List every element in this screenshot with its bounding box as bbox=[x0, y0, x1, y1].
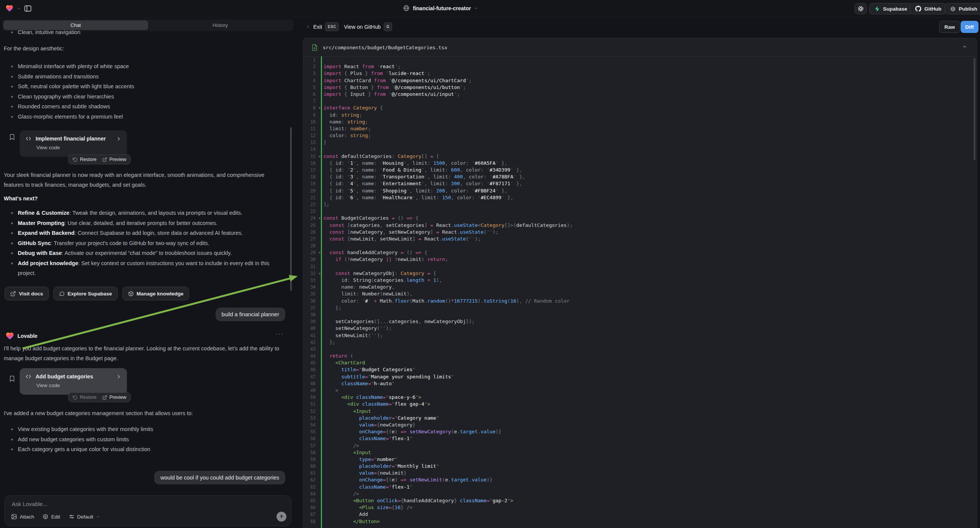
code-line: 39 setCategories([...categories, newCate… bbox=[304, 318, 977, 325]
bookmark-icon[interactable] bbox=[8, 133, 16, 141]
view-code-link[interactable]: View code bbox=[37, 145, 127, 150]
restore-button[interactable]: Restore bbox=[73, 157, 97, 162]
code-line: 38 bbox=[304, 311, 977, 318]
github-button[interactable]: GitHub bbox=[910, 3, 947, 14]
code-line: 16 { id: '1', name: 'Housing', limit: 15… bbox=[304, 160, 977, 167]
bookmark-icon[interactable] bbox=[8, 375, 16, 383]
code-line: 53 placeholder="Category name" bbox=[304, 415, 977, 421]
version-card-actions: Restore Preview bbox=[68, 393, 131, 402]
code-line: 66 <Plus size={16} /> bbox=[304, 504, 977, 511]
list-item: Rounded corners and subtle shadows bbox=[4, 102, 284, 112]
code-line: 67 Add bbox=[304, 511, 977, 518]
chevron-down-icon bbox=[96, 515, 100, 519]
code-line: 50 <div className="space-y-6"> bbox=[304, 394, 977, 401]
project-name: financial-future-creator bbox=[413, 5, 471, 11]
list-item: Master Prompting: Use clear, detailed, a… bbox=[4, 218, 283, 228]
explore-supabase-button[interactable]: Explore Supabase bbox=[53, 287, 118, 301]
added-list: View existing budget categories with the… bbox=[4, 424, 284, 455]
collapse-file-icon[interactable] bbox=[962, 44, 967, 49]
attach-button[interactable]: Attach bbox=[11, 514, 34, 520]
card-title: Implement financial planner bbox=[36, 135, 112, 142]
gear-icon bbox=[857, 5, 864, 12]
code-line: 60 placeholder="Monthly limit" bbox=[304, 463, 977, 470]
mode-select[interactable]: Default bbox=[68, 514, 100, 520]
list-item: Debug with Ease: Activate our experiment… bbox=[4, 248, 283, 258]
code-line: 13} bbox=[304, 139, 977, 146]
code-line: 47 subtitle="Manage your spending limits… bbox=[304, 374, 977, 380]
code-line: 49 > bbox=[304, 387, 977, 394]
version-card-add-budget-categories[interactable]: Add budget categories View code bbox=[20, 368, 127, 395]
code-line: 62 onChange={(e) => setNewLimit(e.target… bbox=[304, 477, 977, 483]
view-code-link[interactable]: View code bbox=[37, 383, 127, 388]
code-line: 27 const [newLimit, setNewLimit] = React… bbox=[304, 235, 977, 242]
external-link-icon bbox=[10, 291, 16, 297]
code-line: 42 }; bbox=[304, 339, 977, 346]
diff-toggle-button[interactable]: Diff bbox=[961, 21, 978, 33]
aesthetic-list: Minimalist interface with plenty of whit… bbox=[4, 61, 284, 122]
code-line: 3import { Plus } from 'lucide-react'; bbox=[304, 70, 977, 77]
sidebar-toggle-button[interactable] bbox=[24, 4, 32, 13]
exit-button[interactable]: Exit ESC bbox=[305, 22, 339, 31]
whats-next-list: Refine & Customize: Tweak the design, an… bbox=[4, 208, 283, 278]
version-card-implement-planner[interactable]: Implement financial planner View code bbox=[20, 130, 127, 157]
image-icon bbox=[11, 514, 17, 520]
code-line: 6import { Input } from '@/components/ui/… bbox=[304, 91, 977, 98]
code-scrollbar[interactable] bbox=[974, 58, 975, 160]
list-item: Each category gets a unique color for vi… bbox=[4, 444, 284, 455]
visit-docs-button[interactable]: Visit docs bbox=[5, 287, 49, 301]
code-line: 43 bbox=[304, 346, 977, 353]
code-line: 25 const [categories, setCategories] = R… bbox=[304, 222, 977, 229]
supabase-button[interactable]: Supabase bbox=[869, 3, 913, 14]
code-line: 33 id: String(categories.length + 1), bbox=[304, 277, 977, 284]
code-line: 1 bbox=[304, 56, 977, 63]
preview-button[interactable]: Preview bbox=[102, 395, 126, 400]
chevron-left-icon bbox=[305, 24, 310, 29]
diff-added-gutter bbox=[321, 56, 322, 528]
chevron-right-icon[interactable] bbox=[116, 374, 122, 380]
code-line: 9 id: string; bbox=[304, 112, 977, 119]
chat-input[interactable] bbox=[11, 500, 240, 507]
chat-composer: Attach Edit Default bbox=[5, 495, 291, 526]
list-item: Refine & Customize: Tweak the design, an… bbox=[4, 208, 283, 218]
list-item: Glass-morphic elements for a premium fee… bbox=[4, 112, 284, 122]
list-item: Add new budget categories with custom li… bbox=[4, 434, 284, 445]
lovable-logo-menu[interactable] bbox=[5, 4, 21, 13]
code-line: 19 { id: '4', name: 'Entertainment', lim… bbox=[304, 180, 977, 187]
code-line: 23 bbox=[304, 208, 977, 215]
list-item: Clean typography with clear hierarchies bbox=[4, 92, 284, 102]
settings-button[interactable] bbox=[854, 3, 867, 14]
code-icon bbox=[25, 373, 32, 380]
code-line: 29▾ const handleAddCategory = () => { bbox=[304, 249, 977, 256]
edit-button[interactable]: Edit bbox=[43, 514, 60, 520]
code-line: 4import ChartCard from '@/components/ui/… bbox=[304, 77, 977, 84]
sliders-icon bbox=[68, 514, 75, 520]
send-button[interactable] bbox=[277, 512, 286, 522]
file-header[interactable]: src/components/budget/BudgetCategories.t… bbox=[304, 38, 977, 57]
code-editor[interactable]: 12import React from 'react';3import { Pl… bbox=[304, 56, 977, 528]
arrow-up-icon bbox=[279, 514, 284, 519]
package-icon bbox=[128, 291, 134, 297]
message-more-menu[interactable]: ··· bbox=[276, 330, 284, 337]
lovable-heart-icon bbox=[5, 4, 14, 13]
code-line: 32▾ const newCategoryObj: Category = { bbox=[304, 270, 977, 277]
view-on-github-button[interactable]: View on GitHub G bbox=[344, 22, 392, 31]
restore-button[interactable]: Restore bbox=[73, 395, 97, 400]
user-message: would be cool if you could add budget ca… bbox=[154, 471, 285, 484]
file-path: src/components/budget/BudgetCategories.t… bbox=[323, 45, 447, 50]
panel-left-icon bbox=[24, 4, 32, 13]
project-switcher[interactable]: financial-future-creator bbox=[402, 5, 479, 12]
supabase-label: Supabase bbox=[883, 6, 907, 12]
code-line: 37 }; bbox=[304, 305, 977, 311]
code-line: 40 setNewCategory(''); bbox=[304, 325, 977, 332]
code-icon bbox=[25, 135, 32, 142]
publish-button[interactable]: Publish bbox=[945, 3, 980, 14]
code-line: 20 { id: '5', name: 'Shopping', limit: 2… bbox=[304, 188, 977, 194]
manage-knowledge-button[interactable]: Manage knowledge bbox=[123, 287, 189, 301]
preview-button[interactable]: Preview bbox=[102, 157, 126, 162]
code-line: 57 /> bbox=[304, 442, 977, 449]
globe-icon bbox=[950, 6, 956, 12]
list-item: Add project knowledge: Set key context o… bbox=[4, 258, 283, 278]
raw-toggle-button[interactable]: Raw bbox=[939, 21, 960, 33]
chat-scrollbar[interactable] bbox=[290, 127, 292, 291]
chevron-right-icon[interactable] bbox=[116, 136, 122, 142]
